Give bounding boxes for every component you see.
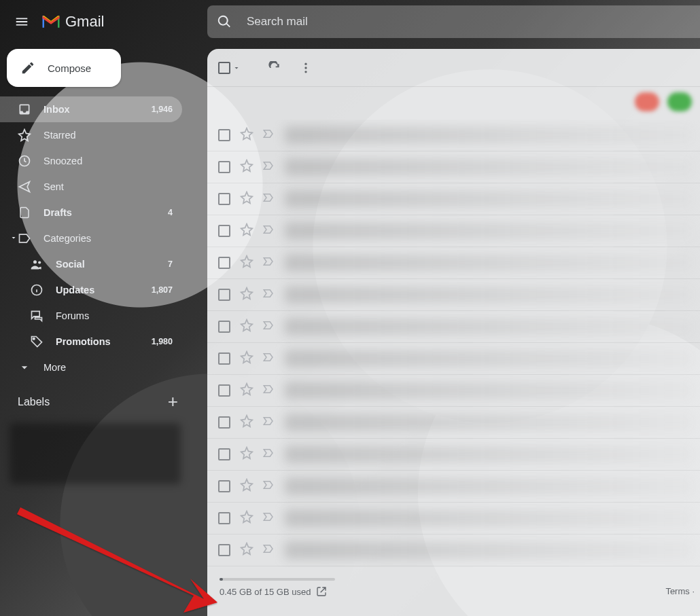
row-checkbox[interactable] (218, 416, 230, 429)
search-icon (217, 14, 232, 29)
mail-row[interactable] (207, 215, 700, 247)
search-bar[interactable] (207, 5, 700, 38)
mail-row[interactable] (207, 439, 700, 471)
mail-row[interactable] (207, 535, 700, 566)
star-icon[interactable] (240, 510, 253, 526)
mail-row[interactable] (207, 120, 700, 151)
row-checkbox[interactable] (218, 129, 230, 141)
star-icon[interactable] (240, 478, 253, 494)
search-input[interactable] (245, 14, 517, 29)
mail-row[interactable] (207, 375, 700, 407)
importance-icon[interactable] (262, 255, 275, 270)
star-icon[interactable] (240, 350, 253, 367)
mail-row[interactable] (207, 407, 700, 439)
redacted-content (285, 126, 693, 144)
importance-icon[interactable] (262, 192, 275, 206)
redacted-content (285, 382, 693, 399)
importance-icon[interactable] (262, 415, 275, 430)
nav-updates[interactable]: Updates 1,807 (0, 277, 182, 303)
nav-snoozed[interactable]: Snoozed (0, 148, 182, 174)
row-checkbox[interactable] (218, 289, 230, 301)
redacted-content (285, 509, 693, 527)
terms-link[interactable]: Terms · (665, 586, 695, 596)
row-checkbox[interactable] (218, 161, 230, 173)
importance-icon[interactable] (262, 511, 275, 526)
nav-starred[interactable]: Starred (0, 122, 182, 148)
importance-icon[interactable] (262, 383, 275, 398)
hamburger-icon (14, 14, 29, 29)
mail-row[interactable] (207, 471, 700, 503)
row-checkbox[interactable] (218, 544, 230, 556)
send-icon (18, 180, 31, 194)
row-checkbox[interactable] (218, 448, 230, 460)
mail-row[interactable] (207, 183, 700, 215)
select-all-checkbox[interactable] (218, 62, 230, 74)
row-checkbox[interactable] (218, 384, 230, 397)
mail-row[interactable] (207, 503, 700, 535)
redacted-content (285, 350, 693, 367)
star-icon[interactable] (240, 446, 253, 463)
row-checkbox[interactable] (218, 321, 230, 333)
star-icon[interactable] (240, 159, 253, 175)
redacted-content (285, 158, 693, 176)
add-label-button[interactable]: + (168, 391, 178, 412)
mail-row[interactable] (207, 279, 700, 311)
svg-point-4 (33, 338, 35, 340)
importance-icon[interactable] (262, 447, 275, 462)
importance-icon[interactable] (262, 351, 275, 366)
importance-icon[interactable] (262, 479, 275, 494)
mail-row[interactable] (207, 151, 700, 183)
select-all[interactable] (218, 62, 241, 74)
star-icon[interactable] (240, 382, 253, 399)
redacted-content (285, 190, 693, 208)
caret-down-icon[interactable] (232, 64, 241, 72)
nav-drafts[interactable]: Drafts 4 (0, 200, 182, 225)
row-checkbox[interactable] (218, 225, 230, 237)
chip-red[interactable] (635, 92, 659, 111)
importance-icon[interactable] (262, 543, 275, 558)
star-icon[interactable] (240, 255, 253, 271)
star-icon[interactable] (240, 223, 253, 239)
nav-more[interactable]: More (0, 355, 182, 380)
open-in-new-icon[interactable] (316, 586, 327, 597)
row-checkbox[interactable] (218, 257, 230, 269)
star-icon[interactable] (240, 287, 253, 303)
importance-icon[interactable] (262, 223, 275, 238)
row-checkbox[interactable] (218, 352, 230, 365)
row-checkbox[interactable] (218, 193, 230, 205)
row-checkbox[interactable] (218, 480, 230, 492)
svg-point-5 (304, 62, 307, 65)
mail-row[interactable] (207, 247, 700, 279)
importance-icon[interactable] (262, 287, 275, 302)
chip-green[interactable] (667, 92, 692, 111)
pencil-icon (20, 60, 35, 75)
nav-forums[interactable]: Forums (0, 303, 182, 329)
compose-button[interactable]: Compose (7, 49, 121, 87)
refresh-button[interactable] (261, 54, 288, 81)
star-icon[interactable] (240, 127, 253, 143)
star-icon (18, 128, 31, 142)
storage-text[interactable]: 0.45 GB of 15 GB used (220, 587, 311, 597)
nav-promotions[interactable]: Promotions 1,980 (0, 329, 182, 355)
chevron-down-icon (18, 361, 31, 374)
star-icon[interactable] (240, 191, 253, 207)
star-icon[interactable] (240, 414, 253, 431)
nav-categories[interactable]: Categories (0, 225, 182, 251)
main-menu-button[interactable] (5, 5, 38, 38)
gmail-logo[interactable]: Gmail (41, 13, 104, 31)
star-icon[interactable] (240, 319, 253, 335)
importance-icon[interactable] (262, 128, 275, 143)
more-button[interactable] (292, 54, 319, 81)
importance-icon[interactable] (262, 160, 275, 175)
star-icon[interactable] (240, 542, 253, 558)
footer: 0.45 GB of 15 GB used Terms · (207, 573, 700, 616)
nav-sent[interactable]: Sent (0, 174, 182, 200)
importance-icon[interactable] (262, 319, 275, 334)
nav-inbox[interactable]: Inbox 1,946 (0, 96, 182, 122)
mail-row[interactable] (207, 343, 700, 375)
row-checkbox[interactable] (218, 512, 230, 524)
sidebar: Compose Inbox 1,946 Starred Snoozed Sent… (0, 43, 190, 616)
compose-label: Compose (48, 62, 91, 74)
mail-row[interactable] (207, 311, 700, 343)
nav-social[interactable]: Social 7 (0, 251, 182, 277)
